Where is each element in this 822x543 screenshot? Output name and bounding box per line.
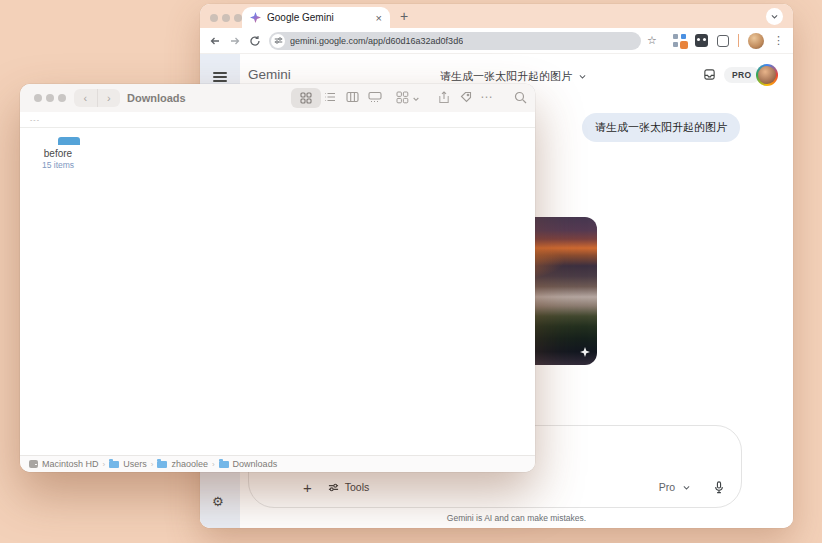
gemini-logo-text[interactable]: Gemini (248, 67, 291, 82)
tab-strip: Google Gemini × + (200, 4, 793, 28)
new-tab-button[interactable]: + (400, 8, 408, 24)
google-account-avatar[interactable] (756, 64, 778, 86)
share-icon[interactable] (438, 91, 450, 104)
group-by-chevron-icon (412, 95, 420, 103)
reload-icon[interactable] (249, 35, 261, 47)
url-text: gemini.google.com/app/d60d16a32ad0f3d6 (290, 36, 463, 46)
input-toolbar-row: + Tools Pro (303, 476, 725, 498)
folder-name: before (26, 148, 90, 159)
browser-tab-gemini[interactable]: Google Gemini × (242, 7, 390, 28)
disclaimer-text: Gemini is AI and can make mistakes. (240, 513, 793, 523)
forward-chevron-icon[interactable]: › (98, 89, 121, 107)
browser-toolbar: gemini.google.com/app/d60d16a32ad0f3d6 ☆… (200, 28, 793, 54)
finder-window: ‹ › Downloads (20, 84, 535, 472)
extension-grid-icon[interactable] (673, 34, 686, 47)
path-crumb-macintosh-hd[interactable]: Macintosh HD (42, 459, 99, 469)
url-bar[interactable]: gemini.google.com/app/d60d16a32ad0f3d6 (269, 32, 641, 50)
path-crumb-users[interactable]: Users (123, 459, 147, 469)
extension-badge (680, 41, 688, 49)
browser-profile-avatar[interactable] (748, 33, 764, 49)
toolbar-divider (738, 34, 739, 47)
list-view-icon[interactable] (324, 91, 336, 103)
column-view-icon[interactable] (346, 91, 359, 103)
chevron-down-icon (682, 483, 691, 492)
gemini-favicon-icon (250, 12, 261, 23)
microphone-icon[interactable] (713, 481, 725, 494)
chevron-down-icon (578, 72, 587, 81)
pro-badge[interactable]: PRO (724, 67, 760, 83)
browser-menu-icon[interactable]: ⋮ (773, 34, 784, 47)
gemini-sparkle-icon (580, 347, 590, 357)
settings-gear-icon[interactable]: ⚙ (212, 494, 224, 509)
finder-window-title: Downloads (127, 84, 186, 112)
menu-hamburger-icon[interactable] (213, 72, 227, 82)
zoom-window-button[interactable] (58, 94, 66, 102)
path-crumb-zhaoolee[interactable]: zhaoolee (171, 459, 208, 469)
extensions-area: ⋮ (673, 33, 784, 49)
finder-content: --- before 15 items (20, 112, 535, 455)
crumb-separator: › (212, 460, 215, 469)
tab-close-icon[interactable]: × (376, 13, 382, 23)
search-icon[interactable] (514, 91, 527, 104)
chat-title-text: 请生成一张太阳升起的图片 (440, 69, 572, 84)
user-message-bubble: 请生成一张太阳升起的图片 (582, 113, 740, 142)
tune-icon (328, 482, 339, 493)
folder-mini-icon (219, 461, 229, 468)
group-by-icon[interactable] (396, 91, 409, 104)
share-tray-icon[interactable] (703, 68, 716, 81)
more-actions-icon[interactable]: … (480, 86, 494, 101)
zoom-window-button[interactable] (234, 14, 242, 22)
site-settings-icon[interactable] (271, 34, 285, 48)
close-window-button[interactable] (34, 94, 42, 102)
minimize-window-button[interactable] (222, 14, 230, 22)
finder-titlebar: ‹ › Downloads (20, 84, 535, 112)
tools-button[interactable]: Tools (328, 481, 370, 493)
tools-label: Tools (345, 481, 370, 493)
folder-mini-icon (157, 461, 167, 468)
path-crumb-downloads[interactable]: Downloads (233, 459, 278, 469)
group-header-placeholder: --- (30, 116, 40, 123)
folder-mini-icon (109, 461, 119, 468)
crumb-separator: › (103, 460, 106, 469)
extension-dark-icon[interactable] (695, 34, 708, 47)
finder-path-bar: Macintosh HD › Users › zhaoolee › Downlo… (20, 455, 535, 472)
folder-item-before[interactable]: before 15 items (26, 142, 90, 170)
close-window-button[interactable] (210, 14, 218, 22)
crumb-separator: › (151, 460, 154, 469)
group-divider (20, 127, 535, 128)
bookmark-star-icon[interactable]: ☆ (647, 34, 657, 47)
tab-title: Google Gemini (267, 12, 370, 23)
tag-icon[interactable] (460, 91, 472, 103)
forward-icon[interactable] (229, 35, 241, 47)
back-icon[interactable] (209, 35, 221, 47)
desktop: Google Gemini × + gemini.google (0, 0, 822, 543)
icon-view-button[interactable] (291, 88, 321, 108)
minimize-window-button[interactable] (46, 94, 54, 102)
attach-plus-button[interactable]: + (303, 480, 312, 495)
back-chevron-icon[interactable]: ‹ (74, 89, 98, 107)
model-selector[interactable]: Pro (659, 481, 691, 493)
tab-search-chevron-icon[interactable] (766, 8, 783, 25)
finder-nav-buttons: ‹ › (74, 89, 120, 107)
side-panel-icon[interactable] (717, 35, 729, 47)
gallery-view-icon[interactable] (368, 91, 382, 103)
model-label: Pro (659, 481, 675, 493)
folder-item-count: 15 items (26, 160, 90, 170)
disk-icon (29, 460, 38, 468)
